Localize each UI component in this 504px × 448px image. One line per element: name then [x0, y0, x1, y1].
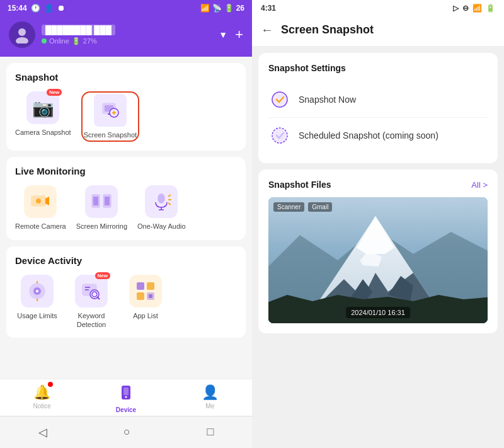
snapshot-now-icon — [268, 88, 291, 111]
camera-icon: 📷 — [32, 98, 54, 118]
user-details: ████████ ███ Online 🔋 27% — [42, 25, 115, 45]
sim-icon: 📶 — [200, 4, 210, 13]
svg-rect-32 — [137, 292, 144, 300]
wifi-icon: 📡 — [212, 4, 222, 13]
back-button[interactable]: ← — [261, 23, 273, 37]
one-way-audio-icon — [151, 191, 172, 212]
right-panel: 4:31 ▷ ⊖ 📶 🔋 ← Screen Snapshot Snapshot … — [252, 0, 504, 448]
usage-limits-item[interactable]: Usage Limits — [15, 275, 59, 330]
svg-marker-9 — [45, 197, 49, 205]
screen-mirroring-label: Screen Mirroring — [76, 222, 127, 231]
app-list-icon-box — [129, 275, 162, 307]
avatar — [9, 21, 35, 48]
content-area: Snapshot 📷 New Camera Snapshot — [0, 57, 252, 379]
overlay-labels: Scanner Gmail — [273, 202, 332, 212]
camera-snapshot-label: Camera Snapshot — [15, 128, 71, 137]
all-link[interactable]: All > — [471, 180, 488, 190]
system-nav: ◁ ○ □ — [0, 416, 252, 448]
app-list-icon — [135, 280, 156, 302]
svg-rect-37 — [123, 388, 129, 395]
dropdown-icon[interactable]: ▼ — [219, 30, 227, 40]
files-title: Snapshot Files — [268, 180, 331, 190]
battery-percent: 🔋 — [72, 37, 81, 45]
camera-snapshot-item[interactable]: 📷 New Camera Snapshot — [15, 91, 71, 142]
record-icon: ⏺ — [57, 4, 65, 13]
snapshot-now-item[interactable]: Snapshot Now — [268, 82, 488, 117]
svg-point-0 — [18, 28, 26, 36]
one-way-audio-item[interactable]: One-Way Audio — [137, 185, 186, 231]
snapshot-settings-card: Snapshot Settings Snapshot Now — [258, 53, 498, 163]
screen-mirroring-icon-box — [85, 185, 118, 218]
user-info: ████████ ███ Online 🔋 27% — [9, 21, 115, 48]
device-icon — [118, 384, 134, 405]
app-list-label: App List — [133, 311, 158, 320]
right-play-icon: ▷ — [453, 4, 459, 13]
svg-point-36 — [125, 396, 127, 398]
svg-point-23 — [36, 290, 38, 292]
snapshot-grid: 📷 New Camera Snapshot — [15, 91, 237, 142]
one-way-audio-label: One-Way Audio — [137, 222, 186, 231]
files-header: Snapshot Files All > — [268, 180, 488, 190]
svg-point-39 — [272, 128, 287, 143]
device-label: Device — [116, 406, 136, 413]
right-header: ← Screen Snapshot — [252, 16, 504, 47]
header-bar: ████████ ███ Online 🔋 27% ▼ + — [0, 16, 252, 57]
screen-snapshot-item[interactable]: Screen Snapshot — [81, 91, 139, 142]
screen-snapshot-label: Screen Snapshot — [84, 130, 137, 139]
status-bar-left: 15:44 🕐 👤 ⏺ 📶 📡 🔋 26 — [0, 0, 252, 16]
screen-snapshot-svg — [100, 100, 120, 120]
nav-notice[interactable]: 🔔 Notice — [0, 384, 84, 413]
snapshot-now-label: Snapshot Now — [299, 95, 356, 105]
recents-system-btn[interactable]: □ — [194, 423, 226, 442]
monitoring-title: Live Monitoring — [15, 166, 237, 176]
svg-point-10 — [36, 198, 41, 204]
right-title: Screen Snapshot — [281, 23, 374, 37]
nav-me[interactable]: 👤 Me — [168, 384, 252, 413]
scanner-label: Scanner — [273, 202, 304, 212]
online-dot — [42, 38, 47, 43]
notification-icon: 👤 — [44, 4, 54, 13]
snapshot-title: Snapshot — [15, 72, 237, 83]
activity-grid: Usage Limits New Keyw — [15, 275, 237, 330]
usage-limits-icon-box — [21, 275, 54, 307]
scheduled-snapshot-item[interactable]: Scheduled Snapshot (coming soon) — [268, 117, 488, 153]
time-display: 15:44 — [8, 4, 27, 13]
svg-rect-30 — [137, 282, 144, 290]
keyword-detection-icon-box: New — [75, 275, 108, 307]
settings-title: Snapshot Settings — [268, 63, 488, 73]
scheduled-icon — [268, 124, 291, 147]
svg-rect-13 — [93, 197, 98, 205]
add-icon[interactable]: + — [235, 26, 243, 43]
nav-device[interactable]: Device — [84, 384, 168, 413]
camera-snapshot-icon-box: 📷 New — [26, 91, 59, 124]
mountain-svg — [268, 197, 488, 323]
snapshot-section: Snapshot 📷 New Camera Snapshot — [6, 63, 246, 151]
svg-point-38 — [272, 92, 287, 107]
keyword-detection-icon — [81, 280, 102, 302]
snapshot-image[interactable]: Scanner Gmail 2024/01/10 16:31 — [268, 197, 488, 323]
remote-camera-item[interactable]: Remote Camera — [15, 185, 66, 231]
svg-line-20 — [168, 203, 171, 205]
me-label: Me — [205, 403, 214, 410]
camera-badge: New — [47, 89, 62, 96]
right-battery-icon: 🔋 — [486, 4, 495, 13]
right-content: Snapshot Settings Snapshot Now — [252, 47, 504, 448]
status-bar-right: 4:31 ▷ ⊖ 📶 🔋 — [252, 0, 504, 16]
snapshot-files-card: Snapshot Files All > — [258, 169, 498, 333]
left-panel: 15:44 🕐 👤 ⏺ 📶 📡 🔋 26 ████████ ███ — [0, 0, 252, 448]
screen-mirroring-icon — [91, 191, 112, 212]
one-way-audio-icon-box — [145, 185, 178, 218]
svg-line-18 — [168, 195, 171, 197]
header-actions: ▼ + — [219, 26, 243, 43]
online-status: Online 🔋 27% — [42, 37, 115, 45]
screen-mirroring-item[interactable]: Screen Mirroring — [76, 185, 127, 231]
monitoring-section: Live Monitoring Remote Camera — [6, 157, 246, 239]
back-system-btn[interactable]: ◁ — [26, 423, 60, 442]
right-wifi-icon: 📶 — [472, 4, 482, 13]
right-time: 4:31 — [261, 4, 276, 13]
home-system-btn[interactable]: ○ — [111, 423, 143, 442]
app-list-item[interactable]: App List — [123, 275, 168, 330]
keyword-detection-item[interactable]: New KeywordDetection — [69, 275, 113, 330]
activity-title: Device Activity — [15, 255, 237, 266]
right-status-icons: ▷ ⊖ 📶 🔋 — [453, 4, 495, 13]
